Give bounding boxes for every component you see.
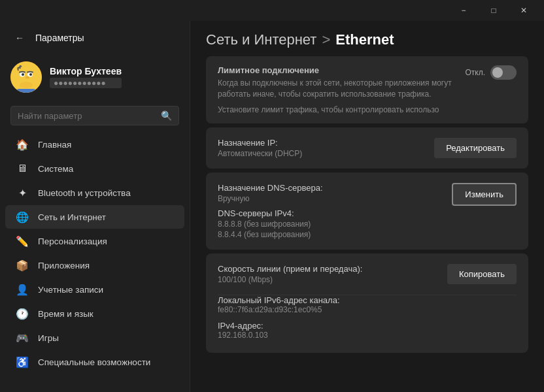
lc-install-text: Установите лимит трафика, чтобы контроли… bbox=[218, 105, 517, 114]
nav-label-accounts: Учетные записи bbox=[38, 285, 103, 295]
nav-label-personalization: Персонализация bbox=[38, 237, 107, 246]
sidebar-header: ← Параметры bbox=[0, 21, 190, 55]
content-body: Лимитное подключение Когда вы подключены… bbox=[190, 56, 544, 392]
nav-list: 🏠 Главная 🖥 Система ✦ Bluetooth и устрой… bbox=[0, 132, 190, 374]
svg-point-5 bbox=[29, 73, 32, 76]
dns-ipv4-label: DNS-серверы IPv4: bbox=[218, 208, 323, 218]
nav-label-games: Игры bbox=[38, 333, 59, 343]
breadcrumb-separator: > bbox=[322, 31, 330, 48]
nav-icon-apps: 📦 bbox=[16, 259, 29, 272]
nav-label-system: Система bbox=[38, 164, 73, 174]
dns-ip-2: 8.8.4.4 (без шифрования) bbox=[218, 230, 323, 239]
nav-label-accessibility: Специальные возможности bbox=[38, 357, 150, 367]
search-input[interactable] bbox=[18, 111, 156, 121]
ip-assignment-value: Автоматически (DHCP) bbox=[218, 149, 302, 158]
nav-label-home: Главная bbox=[38, 140, 71, 150]
svg-point-4 bbox=[22, 73, 24, 76]
sidebar-item-accessibility[interactable]: ♿ Специальные возможности bbox=[5, 350, 184, 374]
user-info: Виктор Бухтеев ●●●●●●●●●●● bbox=[50, 66, 122, 88]
sidebar-item-home[interactable]: 🏠 Главная bbox=[5, 133, 184, 156]
user-name: Виктор Бухтеев bbox=[50, 66, 122, 76]
avatar bbox=[10, 61, 42, 93]
ip-edit-button[interactable]: Редактировать bbox=[434, 138, 517, 158]
copy-button[interactable]: Копировать bbox=[447, 264, 517, 284]
nav-label-bluetooth: Bluetooth и устройства bbox=[38, 188, 131, 198]
line-speed-label: Скорость линии (прием и передача): bbox=[218, 264, 362, 274]
ipv6-label: Локальный IPv6-адрес канала: bbox=[218, 295, 517, 305]
dns-ip-1: 8.8.8.8 (без шифрования) bbox=[218, 220, 323, 229]
ip-assignment-left: Назначение IP: Автоматически (DHCP) bbox=[218, 138, 302, 158]
sidebar-title: Параметры bbox=[35, 33, 84, 43]
dns-assignment-value: Вручную bbox=[218, 194, 323, 203]
close-button[interactable]: ✕ bbox=[509, 0, 539, 21]
sidebar-item-personalization[interactable]: ✏️ Персонализация bbox=[5, 229, 184, 253]
sidebar-item-apps[interactable]: 📦 Приложения bbox=[5, 253, 184, 277]
ipv6-value: fe80::7f6a:d29a:d93c:1ec0%5 bbox=[218, 305, 517, 314]
speed-section: Скорость линии (прием и передача): 100/1… bbox=[206, 253, 528, 295]
user-section[interactable]: Виктор Бухтеев ●●●●●●●●●●● bbox=[0, 55, 190, 99]
search-icon: 🔍 bbox=[161, 110, 172, 121]
speed-row: Скорость линии (прием и передача): 100/1… bbox=[218, 264, 517, 284]
limited-connection-card: Лимитное подключение Когда вы подключены… bbox=[206, 56, 528, 123]
dns-assignment-label: Назначение DNS-сервера: bbox=[218, 183, 323, 193]
ipv4-block: IPv4-адрес: 192.168.0.103 bbox=[218, 321, 517, 340]
ip-assignment-row: Назначение IP: Автоматически (DHCP) Реда… bbox=[206, 127, 528, 169]
ipv6-block: Локальный IPv6-адрес канала: fe80::7f6a:… bbox=[218, 295, 517, 314]
minimize-button[interactable]: − bbox=[449, 0, 479, 21]
sidebar-item-games[interactable]: 🎮 Игры bbox=[5, 326, 184, 350]
sidebar-item-bluetooth[interactable]: ✦ Bluetooth и устройства bbox=[5, 181, 184, 204]
metered-toggle[interactable] bbox=[490, 65, 517, 80]
dns-assignment-card: Назначение DNS-сервера: Вручную DNS-серв… bbox=[206, 172, 528, 250]
maximize-button[interactable]: □ bbox=[479, 0, 509, 21]
nav-icon-accessibility: ♿ bbox=[16, 355, 29, 368]
toggle-label: Откл. bbox=[465, 68, 485, 77]
info-rows: Локальный IPv6-адрес канала: fe80::7f6a:… bbox=[206, 295, 528, 353]
dns-section: Назначение DNS-сервера: Вручную DNS-серв… bbox=[206, 172, 528, 250]
line-speed-value: 100/100 (Mbps) bbox=[218, 275, 362, 284]
search-box[interactable]: 🔍 bbox=[10, 106, 179, 125]
user-email: ●●●●●●●●●●● bbox=[50, 78, 122, 88]
ipv4-value: 192.168.0.103 bbox=[218, 331, 517, 340]
svg-rect-9 bbox=[17, 89, 35, 93]
dns-left: Назначение DNS-сервера: Вручную DNS-серв… bbox=[218, 183, 323, 239]
nav-icon-bluetooth: ✦ bbox=[16, 186, 29, 199]
sidebar-item-system[interactable]: 🖥 Система bbox=[5, 157, 184, 180]
sidebar: ← Параметры bbox=[0, 21, 190, 392]
app-container: ← Параметры bbox=[0, 21, 544, 392]
nav-icon-time: 🕐 bbox=[16, 307, 29, 320]
back-button[interactable]: ← bbox=[10, 29, 29, 47]
nav-icon-accounts: 👤 bbox=[16, 283, 29, 296]
nav-label-time: Время и язык bbox=[38, 309, 94, 319]
dns-change-button[interactable]: Изменить bbox=[452, 183, 517, 206]
breadcrumb-current: Ethernet bbox=[335, 31, 394, 48]
speed-left: Скорость линии (прием и передача): 100/1… bbox=[218, 264, 362, 284]
ip-assignment-card: Назначение IP: Автоматически (DHCP) Реда… bbox=[206, 127, 528, 169]
nav-icon-network: 🌐 bbox=[16, 210, 29, 223]
ipv4-label: IPv4-адрес: bbox=[218, 321, 517, 331]
ip-assignment-label: Назначение IP: bbox=[218, 138, 302, 148]
nav-icon-home: 🏠 bbox=[16, 138, 29, 151]
nav-icon-personalization: ✏️ bbox=[16, 235, 29, 248]
sidebar-item-network[interactable]: 🌐 Сеть и Интернет bbox=[5, 205, 184, 229]
breadcrumb: Сеть и Интернет > Ethernet bbox=[206, 31, 528, 48]
toggle-knob bbox=[492, 67, 503, 78]
line-speed-card: Скорость линии (прием и передача): 100/1… bbox=[206, 253, 528, 353]
nav-icon-games: 🎮 bbox=[16, 331, 29, 344]
breadcrumb-parent: Сеть и Интернет bbox=[206, 31, 316, 48]
limited-connection-section: Лимитное подключение Когда вы подключены… bbox=[206, 56, 528, 123]
lc-desc: Когда вы подключены к этой сети, некотор… bbox=[218, 78, 454, 100]
nav-label-apps: Приложения bbox=[38, 261, 90, 270]
sidebar-item-time[interactable]: 🕐 Время и язык bbox=[5, 302, 184, 325]
nav-icon-system: 🖥 bbox=[16, 162, 29, 175]
svg-point-8 bbox=[20, 82, 33, 88]
nav-label-network: Сеть и Интернет bbox=[38, 212, 106, 222]
lc-title: Лимитное подключение bbox=[218, 65, 454, 75]
content-area: Сеть и Интернет > Ethernet Лимитное подк… bbox=[190, 21, 544, 392]
content-header: Сеть и Интернет > Ethernet bbox=[190, 21, 544, 56]
toggle-row: Откл. bbox=[465, 65, 517, 80]
titlebar: − □ ✕ bbox=[0, 0, 544, 21]
lc-text: Лимитное подключение Когда вы подключены… bbox=[218, 65, 454, 100]
sidebar-item-accounts[interactable]: 👤 Учетные записи bbox=[5, 278, 184, 301]
lc-row: Лимитное подключение Когда вы подключены… bbox=[218, 65, 517, 100]
